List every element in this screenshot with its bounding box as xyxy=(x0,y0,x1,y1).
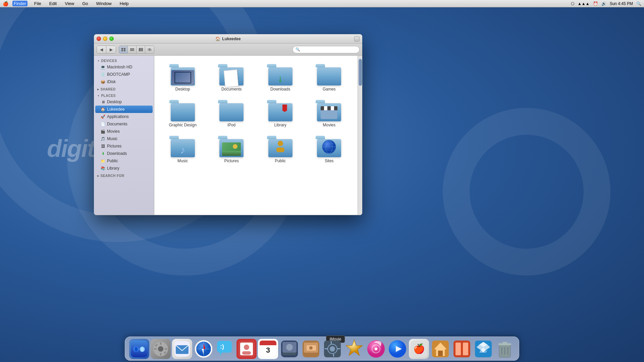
search-input[interactable] xyxy=(302,48,355,52)
folder-tab xyxy=(267,64,276,67)
dock-item-quicktime[interactable] xyxy=(387,339,408,359)
sidebar-item-pictures[interactable]: 🖼 Pictures xyxy=(94,142,154,150)
dock-container: iMovie xyxy=(0,337,644,362)
sidebar-item-desktop[interactable]: 🖥 Desktop xyxy=(94,98,154,106)
ipod-folder-icon xyxy=(218,100,245,121)
dock-item-finder[interactable] xyxy=(129,339,149,359)
dock-item-photo-stream[interactable] xyxy=(301,339,321,359)
file-label-ipod: iPod xyxy=(227,123,235,127)
minimize-button[interactable] xyxy=(103,37,107,41)
svg-rect-5 xyxy=(130,49,134,50)
dock-item-mail[interactable] xyxy=(172,339,192,359)
file-item-documents[interactable]: Documents xyxy=(209,61,255,94)
dock-item-itunes[interactable] xyxy=(366,339,386,359)
column-view-button[interactable] xyxy=(137,46,145,53)
desktop: digital 🏠 Lukeedee ◀ ▶ xyxy=(0,7,644,362)
dock-item-filemerge[interactable] xyxy=(452,339,472,359)
sidebar-item-applications[interactable]: 🚀 Applications xyxy=(94,113,154,120)
file-item-downloads[interactable]: ↓ Downloads xyxy=(257,61,304,94)
places-triangle[interactable]: ▼ xyxy=(97,95,100,97)
traffic-lights xyxy=(97,37,114,41)
file-item-games[interactable]: Games xyxy=(306,61,353,94)
menu-view[interactable]: View xyxy=(63,1,75,6)
dock-item-imovie[interactable] xyxy=(344,338,365,359)
forward-button[interactable]: ▶ xyxy=(106,46,116,53)
sidebar-item-movies[interactable]: 🎬 Movies xyxy=(94,128,154,135)
file-item-desktop[interactable]: Desktop xyxy=(160,61,206,94)
file-item-music[interactable]: ♪ Music xyxy=(160,133,206,166)
search-bar[interactable]: 🔍 xyxy=(292,46,360,53)
extras-icon[interactable]: ⬡ xyxy=(571,1,574,6)
dock-item-ical[interactable]: 3 xyxy=(258,339,278,359)
menu-help[interactable]: Help xyxy=(118,1,130,6)
file-item-graphic-design[interactable]: Graphic Design xyxy=(160,97,206,130)
dock-item-safari[interactable] xyxy=(194,339,214,359)
coverflow-view-button[interactable] xyxy=(145,46,154,53)
public-sidebar-icon: 📁 xyxy=(101,159,105,163)
dock-item-screenshot[interactable] xyxy=(322,339,342,359)
sidebar-item-public[interactable]: 📁 Public xyxy=(94,157,154,165)
file-item-movies[interactable]: Movies xyxy=(306,97,353,130)
dock-item-iphoto[interactable] xyxy=(279,339,300,359)
sidebar-item-documents[interactable]: 📄 Documents xyxy=(94,120,154,128)
sidebar-item-bootcamp[interactable]: 💿 BOOTCAMP xyxy=(94,71,154,78)
dock-item-home[interactable] xyxy=(430,339,450,359)
maximize-button[interactable] xyxy=(109,37,114,41)
file-item-public[interactable]: Public xyxy=(257,133,304,166)
svg-marker-67 xyxy=(346,340,363,356)
spotlight-icon[interactable]: 🔍 xyxy=(636,1,641,6)
file-label-pictures: Pictures xyxy=(224,159,239,163)
sidebar-item-library[interactable]: 📚 Library xyxy=(94,165,154,172)
file-item-pictures[interactable]: Pictures xyxy=(209,133,255,166)
back-button[interactable]: ◀ xyxy=(97,46,106,53)
apple-store-icon: 🍎 xyxy=(409,339,429,359)
finder-dock-icon xyxy=(129,339,149,359)
svg-rect-63 xyxy=(331,341,332,344)
dock-item-trash[interactable] xyxy=(495,339,515,359)
dock-item-apple-store[interactable]: 🍎 xyxy=(409,339,429,359)
datetime: Sun 4:45 PM xyxy=(610,1,633,6)
volume-icon[interactable]: 🔊 xyxy=(601,1,606,6)
file-item-library[interactable]: Library xyxy=(257,97,304,130)
shared-triangle[interactable]: ▶ xyxy=(97,88,99,91)
svg-rect-20 xyxy=(131,341,148,357)
menu-finder[interactable]: Finder xyxy=(12,1,28,6)
sidebar-item-lukeedee[interactable]: 🏠 Lukeedee xyxy=(95,106,153,113)
menu-go[interactable]: Go xyxy=(81,1,89,6)
menu-edit[interactable]: Edit xyxy=(48,1,58,6)
macintosh-hd-icon: 💻 xyxy=(101,65,105,69)
file-item-sites[interactable]: Sites xyxy=(306,133,353,166)
svg-rect-2 xyxy=(121,50,123,51)
movies-clapboard-wrapper xyxy=(320,105,338,120)
sidebar-item-downloads[interactable]: ⬇ Downloads xyxy=(94,150,154,157)
sidebar-item-idisk[interactable]: 📦 iDisk xyxy=(94,78,154,85)
dock-item-ichat[interactable]: :) xyxy=(215,339,235,359)
scrollbar[interactable] xyxy=(358,56,362,215)
search-triangle[interactable]: ▶ xyxy=(97,175,99,177)
file-label-library: Library xyxy=(274,123,286,127)
scrollbar-thumb[interactable] xyxy=(359,59,362,86)
svg-rect-50 xyxy=(260,343,276,345)
dock-item-dropbox[interactable] xyxy=(473,339,493,359)
list-view-button[interactable] xyxy=(128,46,137,53)
devices-triangle[interactable]: ▼ xyxy=(97,60,100,62)
menu-window[interactable]: Window xyxy=(95,1,113,6)
icon-view-button[interactable] xyxy=(119,46,128,53)
clock-icon[interactable]: ⏰ xyxy=(593,1,598,6)
dock-item-system-prefs[interactable] xyxy=(151,339,171,359)
window-zoom-button[interactable] xyxy=(354,36,360,42)
sidebar-item-macintosh-hd[interactable]: 💻 Macintosh HD xyxy=(94,63,154,71)
close-button[interactable] xyxy=(97,37,101,41)
svg-rect-0 xyxy=(121,48,123,50)
sidebar-item-music[interactable]: 🎵 Music xyxy=(94,135,154,142)
folder-body xyxy=(171,103,195,121)
apple-menu[interactable]: 🍎 xyxy=(3,1,8,6)
public-person-icon xyxy=(274,139,287,155)
svg-point-23 xyxy=(135,347,138,352)
file-item-ipod[interactable]: iPod xyxy=(209,97,255,130)
wifi-icon[interactable]: ▲▲▲ xyxy=(578,1,590,6)
menu-file[interactable]: File xyxy=(33,1,43,6)
dock-item-address-book[interactable] xyxy=(236,339,257,359)
desktop-screen xyxy=(174,72,191,83)
file-label-desktop: Desktop xyxy=(175,87,190,92)
